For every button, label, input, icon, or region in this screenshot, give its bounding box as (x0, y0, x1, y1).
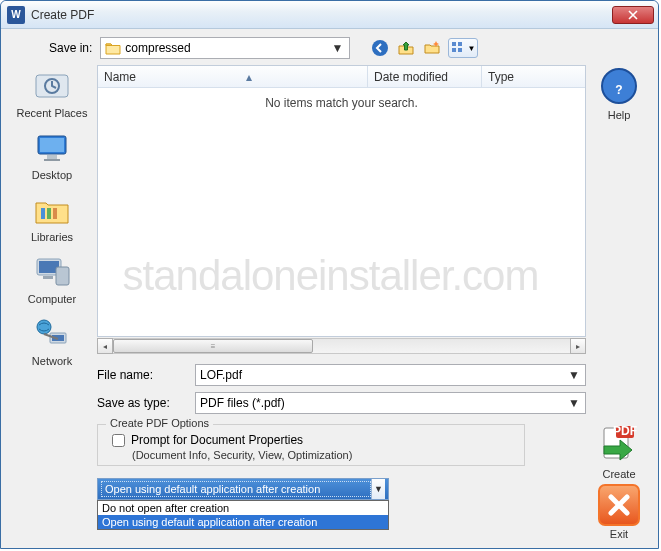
svg-rect-10 (44, 159, 60, 161)
close-icon (628, 10, 638, 20)
filename-label: File name: (97, 368, 187, 382)
svg-rect-3 (458, 42, 462, 46)
places-bar: Recent Places Desktop Libraries Computer… (13, 65, 91, 540)
help-icon: ? (599, 66, 639, 106)
network-icon (32, 317, 72, 351)
svg-point-0 (372, 40, 388, 56)
folder-icon (105, 41, 121, 55)
exit-icon (598, 484, 640, 526)
prompt-properties-label: Prompt for Document Properties (131, 433, 303, 447)
svg-rect-13 (53, 208, 57, 219)
libraries-icon (32, 193, 72, 227)
title-bar: W Create PDF (1, 1, 658, 29)
back-button[interactable] (370, 38, 390, 58)
place-desktop[interactable]: Desktop (28, 127, 76, 183)
place-libraries[interactable]: Libraries (28, 189, 76, 245)
savetype-input[interactable] (200, 396, 567, 410)
svg-rect-1 (452, 42, 456, 46)
after-creation-dropdown[interactable]: Open using default application after cre… (97, 478, 389, 530)
prompt-properties-hint: (Document Info, Security, View, Optimiza… (132, 449, 514, 461)
after-creation-option-default[interactable]: Open using default application after cre… (98, 515, 388, 529)
svg-rect-8 (40, 138, 64, 152)
after-creation-selected: Open using default application after cre… (101, 481, 371, 497)
horizontal-scrollbar[interactable]: ◂ ≡ ▸ (97, 338, 586, 354)
column-name[interactable]: Name▴ (98, 66, 368, 87)
chevron-down-icon: ▼ (329, 41, 345, 55)
views-icon (451, 41, 465, 55)
save-in-bar: Save in: compressed ▼ (49, 37, 646, 59)
recent-places-icon (32, 69, 72, 103)
chevron-down-icon[interactable]: ▼ (567, 368, 581, 382)
scroll-track[interactable]: ≡ (113, 338, 570, 354)
savetype-label: Save as type: (97, 396, 187, 410)
create-pdf-options-group: Create PDF Options Prompt for Document P… (97, 424, 525, 466)
column-date[interactable]: Date modified (368, 66, 482, 87)
list-empty-message: No items match your search. (98, 88, 585, 336)
svg-rect-16 (56, 267, 69, 285)
views-button[interactable]: ▼ (448, 38, 478, 58)
save-in-combo[interactable]: compressed ▼ (100, 37, 350, 59)
place-network[interactable]: Network (28, 313, 76, 369)
save-in-label: Save in: (49, 41, 92, 55)
column-type[interactable]: Type (482, 66, 585, 87)
scroll-right-button[interactable]: ▸ (570, 338, 586, 354)
action-rail: ? Help PDF Create Exit (592, 65, 646, 540)
new-folder-icon (423, 39, 441, 57)
svg-rect-17 (43, 276, 53, 279)
after-creation-option-none[interactable]: Do not open after creation (98, 501, 388, 515)
svg-rect-9 (47, 155, 57, 159)
svg-text:?: ? (615, 83, 622, 97)
svg-rect-11 (41, 208, 45, 219)
up-folder-icon (397, 39, 415, 57)
svg-rect-12 (47, 208, 51, 219)
place-recent[interactable]: Recent Places (15, 65, 90, 121)
up-one-level-button[interactable] (396, 38, 416, 58)
exit-button[interactable]: Exit (598, 484, 640, 540)
after-creation-list: Do not open after creation Open using de… (97, 500, 389, 530)
sort-asc-icon: ▴ (246, 70, 252, 84)
help-button[interactable]: ? Help (598, 65, 640, 121)
dialog-window: W Create PDF Save in: compressed ▼ (0, 0, 659, 549)
back-icon (371, 39, 389, 57)
svg-rect-4 (458, 48, 462, 52)
app-word-icon: W (7, 6, 25, 24)
chevron-down-icon[interactable]: ▼ (567, 396, 581, 410)
computer-icon (32, 255, 72, 289)
create-pdf-icon: PDF (598, 424, 640, 466)
svg-text:PDF: PDF (613, 424, 637, 438)
file-list-view[interactable]: Name▴ Date modified Type No items match … (97, 65, 586, 337)
new-folder-button[interactable] (422, 38, 442, 58)
scroll-thumb[interactable]: ≡ (113, 339, 313, 353)
svg-point-18 (37, 320, 51, 334)
close-button[interactable] (612, 6, 654, 24)
place-computer[interactable]: Computer (26, 251, 78, 307)
list-header: Name▴ Date modified Type (98, 66, 585, 88)
svg-rect-2 (452, 48, 456, 52)
create-button[interactable]: PDF Create (598, 424, 640, 480)
window-title: Create PDF (31, 8, 612, 22)
filename-combo[interactable]: ▼ (195, 364, 586, 386)
prompt-properties-checkbox[interactable] (112, 434, 125, 447)
options-legend: Create PDF Options (106, 417, 213, 429)
savetype-combo[interactable]: ▼ (195, 392, 586, 414)
chevron-down-icon: ▼ (467, 44, 475, 53)
desktop-icon (32, 131, 72, 165)
scroll-left-button[interactable]: ◂ (97, 338, 113, 354)
chevron-down-icon[interactable]: ▼ (371, 479, 385, 499)
filename-input[interactable] (200, 368, 567, 382)
save-in-value: compressed (125, 41, 325, 55)
